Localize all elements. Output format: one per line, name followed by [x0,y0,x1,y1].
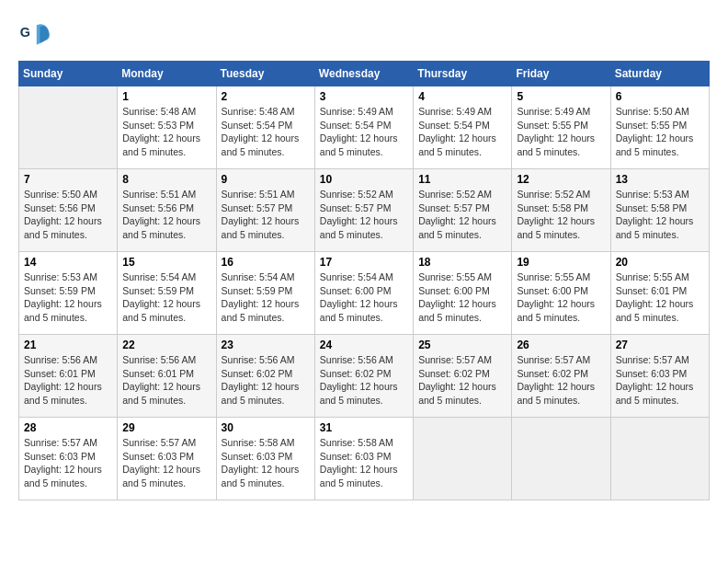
day-info: Sunrise: 5:51 AMSunset: 5:56 PMDaylight:… [122,188,210,242]
day-info: Sunrise: 5:56 AMSunset: 6:01 PMDaylight:… [24,353,112,408]
day-number: 6 [616,90,704,103]
day-info: Sunrise: 5:57 AMSunset: 6:02 PMDaylight:… [517,353,605,408]
calendar-cell: 22 Sunrise: 5:56 AMSunset: 6:01 PMDaylig… [118,335,216,418]
day-number: 7 [24,173,112,186]
day-info: Sunrise: 5:49 AMSunset: 5:54 PMDaylight:… [320,105,408,159]
weekday-header-sunday: Sunday [19,62,118,86]
calendar-cell: 5 Sunrise: 5:49 AMSunset: 5:55 PMDayligh… [512,86,610,169]
day-info: Sunrise: 5:57 AMSunset: 6:03 PMDaylight:… [24,436,112,490]
day-number: 24 [320,339,408,351]
day-number: 25 [418,339,506,351]
calendar-cell: 21 Sunrise: 5:56 AMSunset: 6:01 PMDaylig… [19,335,118,418]
day-number: 18 [418,256,506,269]
calendar-cell: 14 Sunrise: 5:53 AMSunset: 5:59 PMDaylig… [19,252,118,335]
day-number: 3 [320,90,408,103]
calendar-cell: 3 Sunrise: 5:49 AMSunset: 5:54 PMDayligh… [314,86,413,169]
day-info: Sunrise: 5:53 AMSunset: 5:58 PMDaylight:… [616,188,704,242]
day-number: 13 [616,173,704,186]
day-number: 28 [24,421,112,434]
day-number: 22 [122,339,210,351]
calendar-cell: 24 Sunrise: 5:56 AMSunset: 6:02 PMDaylig… [314,335,413,418]
calendar-cell: 15 Sunrise: 5:54 AMSunset: 5:59 PMDaylig… [118,252,216,335]
calendar-cell: 9 Sunrise: 5:51 AMSunset: 5:57 PMDayligh… [216,169,314,252]
weekday-header-row: SundayMondayTuesdayWednesdayThursdayFrid… [19,62,710,86]
week-row-3: 14 Sunrise: 5:53 AMSunset: 5:59 PMDaylig… [19,252,710,335]
calendar-cell: 6 Sunrise: 5:50 AMSunset: 5:55 PMDayligh… [610,86,709,169]
calendar-cell: 4 Sunrise: 5:49 AMSunset: 5:54 PMDayligh… [414,86,512,169]
week-row-5: 28 Sunrise: 5:57 AMSunset: 6:03 PMDaylig… [19,418,710,500]
day-info: Sunrise: 5:52 AMSunset: 5:58 PMDaylight:… [517,188,605,242]
calendar-cell: 18 Sunrise: 5:55 AMSunset: 6:00 PMDaylig… [414,252,512,335]
calendar-cell: 26 Sunrise: 5:57 AMSunset: 6:02 PMDaylig… [512,335,610,418]
day-info: Sunrise: 5:48 AMSunset: 5:53 PMDaylight:… [122,105,210,159]
day-number: 21 [24,339,112,351]
day-info: Sunrise: 5:49 AMSunset: 5:54 PMDaylight:… [418,105,506,159]
day-number: 20 [616,256,704,269]
day-info: Sunrise: 5:56 AMSunset: 6:02 PMDaylight:… [320,353,408,408]
weekday-header-saturday: Saturday [610,62,709,86]
weekday-header-tuesday: Tuesday [216,62,314,86]
calendar-cell: 8 Sunrise: 5:51 AMSunset: 5:56 PMDayligh… [118,169,216,252]
calendar-cell: 10 Sunrise: 5:52 AMSunset: 5:57 PMDaylig… [314,169,413,252]
day-info: Sunrise: 5:54 AMSunset: 5:59 PMDaylight:… [122,270,210,325]
day-number: 23 [222,339,310,351]
weekday-header-wednesday: Wednesday [314,62,413,86]
calendar-cell: 27 Sunrise: 5:57 AMSunset: 6:03 PMDaylig… [610,335,709,418]
day-number: 19 [517,256,605,269]
calendar-cell: 16 Sunrise: 5:54 AMSunset: 5:59 PMDaylig… [216,252,314,335]
day-number: 10 [320,173,408,186]
calendar-cell: 13 Sunrise: 5:53 AMSunset: 5:58 PMDaylig… [610,169,709,252]
calendar-cell: 30 Sunrise: 5:58 AMSunset: 6:03 PMDaylig… [216,418,314,500]
day-number: 29 [122,421,210,434]
calendar-cell: 29 Sunrise: 5:57 AMSunset: 6:03 PMDaylig… [118,418,216,500]
weekday-header-monday: Monday [118,62,216,86]
calendar-cell [610,418,709,500]
calendar-cell [414,418,512,500]
day-info: Sunrise: 5:52 AMSunset: 5:57 PMDaylight:… [320,188,408,242]
day-info: Sunrise: 5:56 AMSunset: 6:02 PMDaylight:… [222,353,310,408]
day-number: 16 [222,256,310,269]
calendar-cell: 28 Sunrise: 5:57 AMSunset: 6:03 PMDaylig… [19,418,118,500]
calendar-cell: 31 Sunrise: 5:58 AMSunset: 6:03 PMDaylig… [314,418,413,500]
calendar-cell: 23 Sunrise: 5:56 AMSunset: 6:02 PMDaylig… [216,335,314,418]
day-info: Sunrise: 5:48 AMSunset: 5:54 PMDaylight:… [222,105,310,159]
calendar-cell [512,418,610,500]
calendar-cell: 1 Sunrise: 5:48 AMSunset: 5:53 PMDayligh… [118,86,216,169]
day-info: Sunrise: 5:50 AMSunset: 5:55 PMDaylight:… [616,105,704,159]
day-info: Sunrise: 5:56 AMSunset: 6:01 PMDaylight:… [122,353,210,408]
day-info: Sunrise: 5:49 AMSunset: 5:55 PMDaylight:… [517,105,605,159]
calendar-cell: 2 Sunrise: 5:48 AMSunset: 5:54 PMDayligh… [216,86,314,169]
day-number: 8 [122,173,210,186]
day-info: Sunrise: 5:58 AMSunset: 6:03 PMDaylight:… [222,436,310,490]
calendar-cell: 19 Sunrise: 5:55 AMSunset: 6:00 PMDaylig… [512,252,610,335]
svg-text:G: G [20,25,30,40]
day-number: 2 [222,90,310,103]
day-info: Sunrise: 5:57 AMSunset: 6:02 PMDaylight:… [418,353,506,408]
calendar-table: SundayMondayTuesdayWednesdayThursdayFrid… [18,61,710,500]
day-info: Sunrise: 5:53 AMSunset: 5:59 PMDaylight:… [24,270,112,325]
page-header: G [18,18,710,52]
day-number: 30 [222,421,310,434]
calendar-cell: 25 Sunrise: 5:57 AMSunset: 6:02 PMDaylig… [414,335,512,418]
day-info: Sunrise: 5:55 AMSunset: 6:00 PMDaylight:… [517,270,605,325]
day-number: 12 [517,173,605,186]
day-number: 26 [517,339,605,351]
logo-icon: G [18,18,51,52]
day-number: 1 [122,90,210,103]
calendar-cell [19,86,118,169]
day-info: Sunrise: 5:55 AMSunset: 6:01 PMDaylight:… [616,270,704,325]
day-number: 11 [418,173,506,186]
day-number: 31 [320,421,408,434]
day-number: 5 [517,90,605,103]
day-number: 14 [24,256,112,269]
day-info: Sunrise: 5:57 AMSunset: 6:03 PMDaylight:… [122,436,210,490]
day-number: 15 [122,256,210,269]
day-number: 9 [222,173,310,186]
day-number: 4 [418,90,506,103]
day-number: 27 [616,339,704,351]
weekday-header-thursday: Thursday [414,62,512,86]
day-info: Sunrise: 5:54 AMSunset: 5:59 PMDaylight:… [222,270,310,325]
day-info: Sunrise: 5:54 AMSunset: 6:00 PMDaylight:… [320,270,408,325]
week-row-2: 7 Sunrise: 5:50 AMSunset: 5:56 PMDayligh… [19,169,710,252]
day-info: Sunrise: 5:50 AMSunset: 5:56 PMDaylight:… [24,188,112,242]
